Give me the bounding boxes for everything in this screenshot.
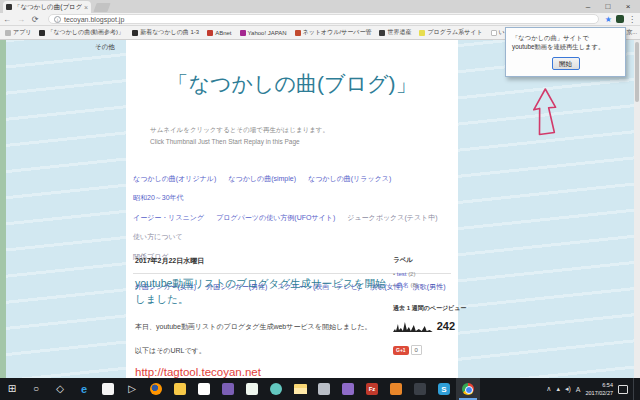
gplus-count: 0 xyxy=(411,345,422,355)
store-button[interactable] xyxy=(192,378,216,400)
popup-line-2: youtube動画を連続再生します。 xyxy=(512,42,619,51)
dark-app-icon xyxy=(414,383,426,395)
tray-chevron-up-icon[interactable]: ∧ xyxy=(546,385,551,393)
start-button[interactable]: 開始 xyxy=(552,57,580,70)
nav-link[interactable]: なつかしの曲(リラックス) xyxy=(308,175,391,182)
volume-icon[interactable]: ◂) xyxy=(565,385,571,393)
navbar-more-link[interactable]: その他 xyxy=(95,43,115,52)
windows-logo-icon: ⊞ xyxy=(8,384,16,394)
start-button[interactable]: ⊞ xyxy=(0,378,24,400)
gray-app-icon xyxy=(318,383,330,395)
file-explorer-button[interactable] xyxy=(288,378,312,400)
nav-link[interactable]: なつかしの曲(オリジナル) xyxy=(133,175,216,182)
tab-favicon-icon xyxy=(6,4,12,10)
network-icon[interactable]: ▴ xyxy=(556,385,560,393)
nav-link[interactable]: ジュークボックス(テスト中) xyxy=(347,214,437,221)
taskbar-app-orange[interactable] xyxy=(384,378,408,400)
page-left-border xyxy=(0,40,6,378)
nav-link[interactable]: なつかしの曲(simple) xyxy=(228,175,296,182)
scrollbar-thumb[interactable] xyxy=(635,42,639,102)
taskbar-app-purple-2[interactable] xyxy=(336,378,360,400)
label-item[interactable]: • 曲名 (8) xyxy=(393,281,455,290)
forward-icon[interactable]: → xyxy=(14,15,28,24)
blog-title-link[interactable]: 「なつかしの曲(ブログ)」 xyxy=(126,70,458,98)
gplus-widget: G+1 0 xyxy=(393,345,455,355)
nav-link[interactable]: イージー・リスニング xyxy=(133,214,204,221)
chrome-icon xyxy=(462,383,474,395)
taskbar-app-green[interactable] xyxy=(240,378,264,400)
label-item[interactable]: • test (2) xyxy=(393,271,455,277)
back-icon[interactable]: ← xyxy=(0,15,14,24)
shopping-bag-icon xyxy=(198,383,210,395)
refresh-icon[interactable]: ⟳ xyxy=(28,15,42,24)
post-title-link[interactable]: youtube動画リストのブログタグ生成サービスを開始しました。 xyxy=(135,275,390,308)
bookmark-item[interactable]: 新着なつかしの曲 1-3 xyxy=(132,28,199,37)
ime-indicator[interactable]: A xyxy=(576,386,581,393)
notepad-button[interactable] xyxy=(96,378,120,400)
blog-post: 2017年2月22日水曜日 youtube動画リストのブログタグ生成サービスを開… xyxy=(135,256,390,378)
tab-close-icon[interactable]: × xyxy=(84,4,88,11)
page-info-icon[interactable]: i xyxy=(54,16,61,23)
browser-tab[interactable]: 「なつかしの曲(ブログ)」 × xyxy=(3,1,91,13)
cortana-search-button[interactable]: ○ xyxy=(24,378,48,400)
windows-taskbar: ⊞ ○ ◇ e ▷ Fz S ∧ ▴ ◂) A xyxy=(0,378,640,400)
green-app-icon xyxy=(246,383,258,395)
sticky-notes-button[interactable] xyxy=(168,378,192,400)
label-link[interactable]: 曲名 xyxy=(397,282,409,288)
extension-icon[interactable] xyxy=(616,15,624,23)
nav-link[interactable]: 昭和20～30年代 xyxy=(133,194,184,201)
autoplay-popup: 「なつかしの曲」サイトで youtube動画を連続再生します。 開始 xyxy=(505,27,626,77)
url-text: tecoyan.blogspot.jp xyxy=(64,16,124,23)
cube-icon: ◇ xyxy=(56,384,64,394)
post-body-line-2: 以下はそのURLです。 xyxy=(135,346,390,356)
action-center-icon[interactable] xyxy=(618,385,628,394)
bookmark-apps[interactable]: アプリ xyxy=(5,28,31,37)
browser-tabstrip: 「なつかしの曲(ブログ)」 × – □ × xyxy=(0,0,640,13)
show-desktop-button[interactable] xyxy=(633,378,636,400)
nav-link[interactable]: 使い方について xyxy=(133,233,183,240)
browser-menu-icon[interactable]: ⋮ xyxy=(628,15,636,24)
annotation-arrow-up-icon xyxy=(526,86,566,140)
system-tray: ∧ ▴ ◂) A 6:54 2017/02/27 xyxy=(546,378,640,400)
popup-line-1: 「なつかしの曲」サイトで xyxy=(512,33,619,42)
media-player-button[interactable]: ▷ xyxy=(120,378,144,400)
filezilla-button[interactable]: Fz xyxy=(360,378,384,400)
minimize-button[interactable]: – xyxy=(578,0,598,13)
post-url-link[interactable]: http://tagtool.tecoyan.net xyxy=(135,366,390,378)
taskbar-app-purple[interactable] xyxy=(216,378,240,400)
new-tab-button[interactable] xyxy=(93,3,110,12)
taskbar-app-teal[interactable] xyxy=(264,378,288,400)
bookmark-favicon xyxy=(379,30,385,36)
skype-button[interactable]: S xyxy=(432,378,456,400)
skype-icon: S xyxy=(438,383,450,395)
taskbar-clock[interactable]: 6:54 2017/02/27 xyxy=(585,381,613,398)
bookmark-item[interactable]: 「なつかしの曲(動画参考)」 xyxy=(39,28,124,37)
nav-link[interactable]: ブログパーツの使い方例(UFOサイト) xyxy=(216,214,335,221)
firefox-button[interactable] xyxy=(144,378,168,400)
bookmark-item[interactable]: ABnet xyxy=(207,30,231,36)
edge-button[interactable]: e xyxy=(72,378,96,400)
taskbar-app-dark[interactable] xyxy=(408,378,432,400)
bookmark-favicon xyxy=(132,30,138,36)
bookmark-favicon xyxy=(207,30,213,36)
label-count: (2) xyxy=(408,271,415,277)
bookmark-star-icon[interactable]: ★ xyxy=(605,15,612,24)
taskbar-app-cube[interactable]: ◇ xyxy=(48,378,72,400)
chrome-button-active[interactable] xyxy=(456,378,480,400)
close-button[interactable]: × xyxy=(618,0,638,13)
address-bar[interactable]: i tecoyan.blogspot.jp xyxy=(48,14,599,24)
bookmark-item[interactable]: ネットオウル/サーバー管 xyxy=(295,28,372,37)
label-link[interactable]: test xyxy=(397,271,407,277)
blog-content-column: 「なつかしの曲(ブログ)」 サムネイルをクリックするとその場で再生がはじまります… xyxy=(126,40,458,378)
maximize-button[interactable]: □ xyxy=(598,0,618,13)
labels-heading: ラベル xyxy=(393,256,455,265)
bookmark-item[interactable]: プログラム系サイト xyxy=(419,28,482,37)
pageviews-heading: 過去 1 週間のページビュー xyxy=(393,304,455,313)
clock-date: 2017/02/27 xyxy=(585,389,613,397)
bookmark-item[interactable]: Yahoo! JAPAN xyxy=(240,30,287,36)
gplus-button[interactable]: G+1 xyxy=(393,346,409,355)
page-scrollbar[interactable] xyxy=(634,40,640,378)
post-body-line-1: 本日、youtube動画リストのブログタグ生成webサービスを開始しました。 xyxy=(135,322,390,332)
taskbar-app-gray[interactable] xyxy=(312,378,336,400)
bookmark-item[interactable]: 世界遺産 xyxy=(379,28,411,37)
